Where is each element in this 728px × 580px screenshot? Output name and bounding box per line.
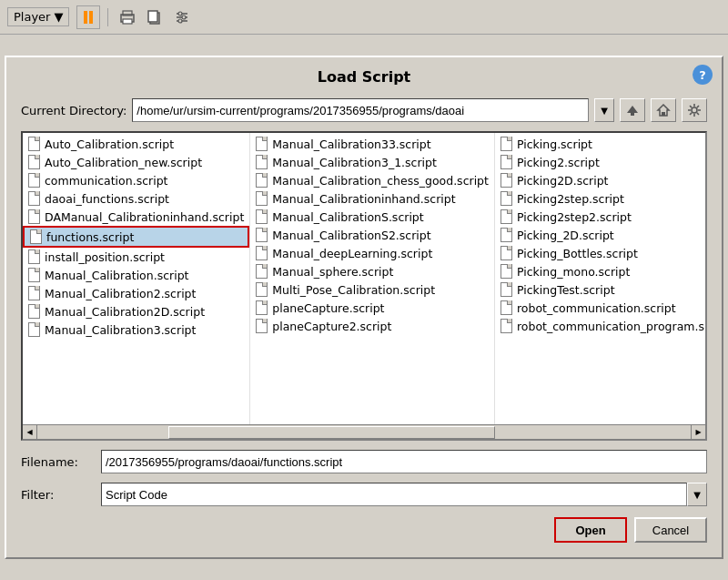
list-item[interactable]: DAManual_Calibrationinhand.script — [23, 208, 249, 226]
dialog-title: Load Script — [21, 68, 707, 86]
file-item-label: DAManual_Calibrationinhand.script — [45, 210, 244, 224]
file-icon — [28, 209, 41, 224]
scroll-thumb[interactable] — [168, 426, 495, 439]
filename-input[interactable] — [101, 450, 707, 473]
list-item[interactable]: Manual_Calibration_chess_good.script — [250, 171, 494, 189]
list-item[interactable]: Auto_Calibration.script — [23, 135, 249, 153]
scroll-right-btn[interactable]: ▶ — [691, 425, 705, 440]
file-icon — [28, 191, 41, 206]
dir-dropdown-btn[interactable]: ▼ — [594, 98, 614, 122]
list-item[interactable]: functions.script — [23, 226, 249, 248]
file-icon — [500, 319, 513, 333]
file-icon — [500, 246, 513, 260]
file-icon — [256, 173, 268, 188]
file-icon — [256, 209, 268, 224]
list-item[interactable]: Picking_2D.script — [495, 226, 705, 244]
horizontal-scrollbar[interactable]: ◀ ▶ — [23, 424, 705, 439]
list-item[interactable]: planeCapture.script — [250, 299, 494, 317]
file-icon — [256, 282, 268, 297]
file-item-label: Manual_Calibration_chess_good.script — [272, 174, 489, 188]
current-directory-row: Current Directory: ▼ — [21, 98, 707, 122]
file-icon — [28, 268, 41, 282]
list-item[interactable]: Picking2D.script — [495, 171, 705, 189]
list-item[interactable]: Manual_Calibration2D.script — [23, 302, 249, 321]
file-columns: Auto_Calibration.scriptAuto_Calibration_… — [23, 133, 705, 424]
file-item-label: install_position.script — [45, 250, 165, 264]
list-item[interactable]: Manual_Calibrationinhand.script — [250, 189, 494, 208]
list-item[interactable]: Picking_Bottles.script — [495, 244, 705, 262]
list-item[interactable]: Manual_Calibration2.script — [23, 284, 249, 302]
svg-rect-4 — [148, 11, 157, 22]
tool-btn-1[interactable] — [116, 5, 139, 29]
list-item[interactable]: daoai_functions.script — [23, 189, 249, 208]
list-item[interactable]: Manual_CalibrationS.script — [250, 208, 494, 226]
dir-home-btn[interactable] — [651, 98, 676, 122]
svg-rect-14 — [662, 112, 665, 116]
list-item[interactable]: Manual_Calibration.script — [23, 266, 249, 284]
list-item[interactable]: Manual_CalibrationS2.script — [250, 226, 494, 244]
dialog-backdrop: ? Load Script Current Directory: ▼ — [0, 35, 728, 580]
list-item[interactable]: Picking.script — [495, 135, 705, 153]
filename-row: Filename: — [21, 450, 707, 473]
list-item[interactable]: Picking2step.script — [495, 189, 705, 208]
file-list-container: Auto_Calibration.scriptAuto_Calibration_… — [21, 131, 707, 441]
list-item[interactable]: Multi_Pose_Calibration.script — [250, 280, 494, 299]
list-item[interactable]: Manual_Calibration33.script — [250, 135, 494, 153]
file-item-label: Manual_sphere.script — [272, 265, 393, 279]
dir-label: Current Directory: — [21, 104, 126, 117]
dir-settings-btn[interactable] — [682, 98, 707, 122]
up-arrow-icon — [625, 104, 640, 117]
list-item[interactable]: Picking_mono.script — [495, 262, 705, 280]
list-item[interactable]: Manual_sphere.script — [250, 262, 494, 280]
help-button[interactable]: ? — [693, 65, 713, 85]
file-item-label: Auto_Calibration_new.script — [45, 156, 202, 169]
svg-line-21 — [697, 113, 699, 115]
list-item[interactable]: planeCapture2.script — [250, 317, 494, 335]
list-item[interactable]: communication.script — [23, 171, 249, 189]
list-item[interactable]: install_position.script — [23, 248, 249, 266]
tool-btn-2[interactable] — [143, 5, 167, 29]
file-item-label: PickingTest.script — [517, 283, 615, 297]
list-item[interactable]: Manual_deepLearning.script — [250, 244, 494, 262]
file-icon — [28, 249, 41, 264]
svg-point-15 — [692, 107, 697, 113]
list-item[interactable]: robot_communication.script — [495, 299, 705, 317]
cancel-button[interactable]: Cancel — [634, 517, 707, 543]
tool-btn-3[interactable] — [170, 5, 194, 29]
list-item[interactable]: Manual_Calibration3.script — [23, 321, 249, 339]
svg-marker-11 — [627, 106, 638, 113]
dir-up-btn[interactable] — [620, 98, 645, 122]
file-item-label: planeCapture2.script — [272, 320, 391, 333]
current-dir-input[interactable] — [132, 98, 589, 122]
list-item[interactable]: Manual_Calibration3_1.script — [250, 153, 494, 171]
file-icon — [256, 246, 268, 260]
list-item[interactable]: Picking2.script — [495, 153, 705, 171]
file-icon — [256, 137, 268, 151]
file-icon — [30, 229, 43, 244]
player-arrow: ▼ — [54, 10, 63, 24]
filter-select-arrow[interactable]: ▼ — [687, 483, 707, 506]
list-item[interactable]: Picking2step2.script — [495, 208, 705, 226]
file-item-label: Manual_Calibration2.script — [45, 287, 196, 300]
file-item-label: Picking2step.script — [517, 192, 624, 206]
pause-button[interactable] — [76, 5, 100, 29]
load-script-dialog: ? Load Script Current Directory: ▼ — [5, 56, 723, 559]
file-column-1: Auto_Calibration.scriptAuto_Calibration_… — [23, 133, 250, 424]
settings-icon — [174, 9, 190, 25]
list-item[interactable]: robot_communication_program.s — [495, 317, 705, 335]
scroll-left-btn[interactable]: ◀ — [23, 425, 37, 440]
player-label: Player — [14, 10, 50, 24]
scroll-track[interactable] — [37, 425, 691, 440]
player-dropdown[interactable]: Player ▼ — [7, 7, 69, 26]
file-item-label: planeCapture.script — [272, 301, 384, 315]
list-item[interactable]: Auto_Calibration_new.script — [23, 153, 249, 171]
file-item-label: Manual_deepLearning.script — [272, 247, 432, 260]
file-item-label: Manual_Calibration3_1.script — [272, 156, 437, 169]
filter-select[interactable]: Script Code All Files — [101, 483, 687, 506]
file-icon — [256, 155, 268, 169]
file-item-label: Picking_mono.script — [517, 265, 630, 279]
list-item[interactable]: PickingTest.script — [495, 280, 705, 299]
filter-select-wrapper: Script Code All Files ▼ — [101, 483, 707, 506]
file-item-label: Multi_Pose_Calibration.script — [272, 283, 435, 297]
open-button[interactable]: Open — [554, 517, 627, 543]
